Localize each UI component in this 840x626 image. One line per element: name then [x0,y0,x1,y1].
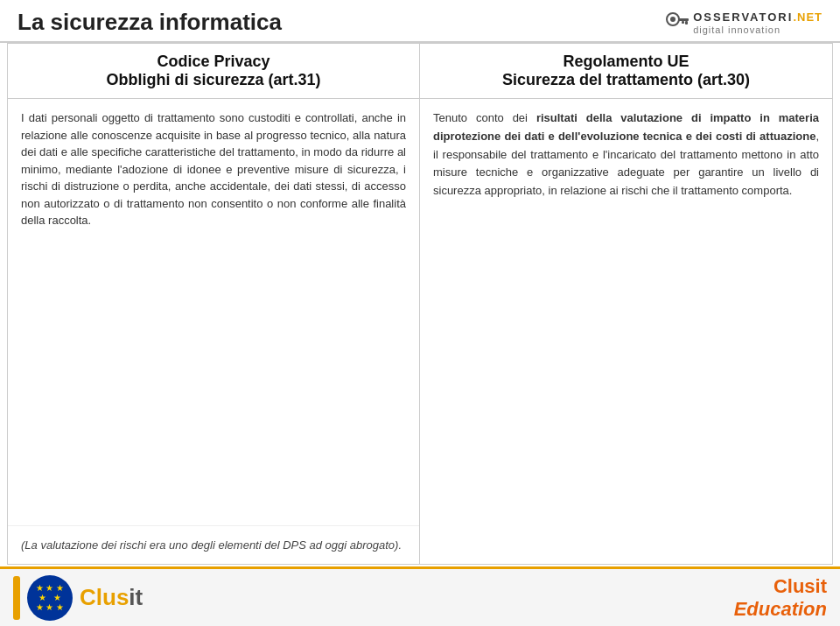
right-column-header: Regolamento UE Sicurezza del trattamento… [420,44,832,99]
clusit-logo-right: Clusit [774,575,827,598]
accent-bar [13,576,20,620]
svg-rect-4 [682,21,684,24]
footer-right: Clusit Education [734,575,827,621]
right-column: Regolamento UE Sicurezza del trattamento… [420,44,832,564]
logo-text: OSSERVATORI.NET digital innovation [693,11,822,35]
svg-rect-3 [685,21,688,25]
clusit-logo-left: Clusit [80,584,143,611]
right-title-2: Sicurezza del trattamento (art.30) [433,71,819,89]
main-content: Codice Privacy Obblighi di sicurezza (ar… [7,43,833,565]
page-title: La sicurezza informatica [18,9,282,36]
logo-row: OSSERVATORI.NET digital innovation [664,11,822,35]
footer: ★ ★ ★★ ★★ ★ ★ Clusit Clusit Education [0,566,840,626]
right-column-body: Tenuto conto dei risultati della valutaz… [420,99,832,564]
it-text: it [129,584,143,610]
logo-sub: digital innovation [693,25,822,35]
right-title-1: Regolamento UE [433,53,819,71]
svg-rect-2 [678,18,689,21]
left-column: Codice Privacy Obblighi di sicurezza (ar… [8,44,420,564]
eu-circle: ★ ★ ★★ ★★ ★ ★ [27,575,73,621]
svg-point-1 [670,17,676,22]
left-column-header: Codice Privacy Obblighi di sicurezza (ar… [8,44,419,99]
right-body-intro: Tenuto conto dei [433,111,536,124]
left-title-2: Obblighi di sicurezza (art.31) [21,71,406,89]
left-column-footer: (La valutazione dei rischi era uno degli… [8,525,419,565]
logo-area: OSSERVATORI.NET digital innovation [664,11,822,35]
eu-stars: ★ ★ ★★ ★★ ★ ★ [36,583,65,612]
clus-text: Clus [80,584,129,610]
header: La sicurezza informatica OSSERVATORI.NET… [0,0,840,43]
logo-brand: OSSERVATORI.NET [693,11,822,24]
key-icon [664,11,689,35]
page-container: La sicurezza informatica OSSERVATORI.NET… [0,0,840,626]
left-title-1: Codice Privacy [21,53,406,71]
left-column-body: I dati personali oggetto di trattamento … [8,99,419,525]
education-label: Education [734,598,827,621]
footer-left: ★ ★ ★★ ★★ ★ ★ Clusit [13,575,143,621]
